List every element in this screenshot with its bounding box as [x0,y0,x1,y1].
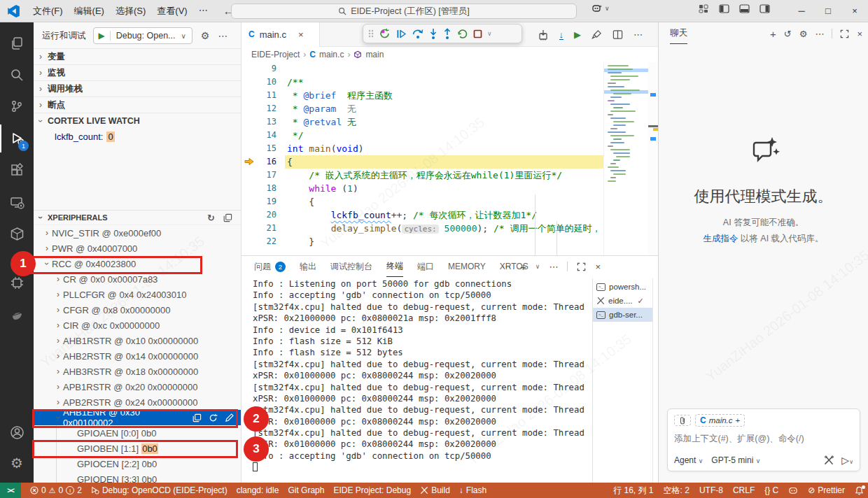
encoding[interactable]: UTF-8 [699,485,723,495]
live-watch-variable[interactable]: lckfb_count: 0 [34,129,241,145]
generate-instructions-link[interactable]: 生成指令 [703,234,738,243]
panel-tab-MEMORY[interactable]: MEMORY [448,256,486,277]
more-actions-icon[interactable]: ⋯ [815,29,824,39]
tabs-overflow-icon[interactable]: ⋯ [502,262,511,272]
panel-tab-端口[interactable]: 端口 [417,256,434,277]
terminal-list-item[interactable]: eide....✓ [593,294,652,308]
debug-settings-icon[interactable]: ⚙ [201,30,210,41]
problems-status[interactable]: 0 ⚠ 0 i 2 [30,485,82,495]
open-panel-icon[interactable] [223,213,232,222]
eide-package-icon[interactable] [0,220,34,248]
xperipherals-item[interactable]: ›CIR @ 0xc 0x00000000 [34,318,241,333]
toggle-panel-icon[interactable] [739,4,750,13]
cursor-position[interactable]: 行 16, 列 1 [613,485,653,497]
command-center[interactable]: EIDE-Project (工作区) [管理员] [231,3,577,19]
edit-icon[interactable] [225,413,234,422]
model-picker[interactable]: GPT-5 mini ∨ [711,455,760,465]
tools-icon[interactable] [824,455,834,465]
git-graph-status[interactable]: Git Graph [288,485,324,495]
refresh-icon[interactable] [209,413,218,422]
chat-placeholder[interactable]: 添加上下文(#)、扩展(@)、命令(/) [674,433,853,445]
step-over-icon[interactable] [412,28,424,40]
source-control-icon[interactable] [0,92,34,120]
xperipherals-item[interactable]: ›CFGR @ 0x8 0x00000000 [34,302,241,318]
more-actions-icon[interactable]: ⋯ [634,29,643,40]
customize-layout-icon[interactable] [699,4,709,13]
chevron-down-icon[interactable]: ∨ [536,263,540,270]
close-panel-icon[interactable]: × [595,262,601,272]
xperipherals-item[interactable]: ›APB1RSTR @ 0x20 0x00000000 [34,379,241,394]
menu-item[interactable]: 文件(F) [27,3,69,20]
menu-item[interactable]: 查看(V) [151,3,192,20]
chat-input-box[interactable]: C main.c + 添加上下文(#)、扩展(@)、命令(/) Agent ∨ … [667,408,860,471]
remote-explorer-icon[interactable] [0,189,34,217]
minimap[interactable] [603,62,648,255]
debug-section[interactable]: ›监视 [34,64,241,80]
close-window-button[interactable]: × [841,0,868,22]
xperipherals-item[interactable]: ›NVIC_STIR @ 0xe000ef00 [34,225,241,241]
toggle-secondary-sidebar-icon[interactable] [760,4,770,13]
eol[interactable]: CRLF [733,485,755,495]
debug-config-dropdown[interactable]: ▶ Debug: Open... ∨ [93,27,192,44]
indentation[interactable]: 空格: 2 [664,485,690,497]
new-terminal-icon[interactable]: + [520,261,526,273]
expand-chat-icon[interactable] [840,29,849,38]
start-debug-icon[interactable]: ▶ [94,31,111,41]
xperipherals-item[interactable]: ›AHB1RSTR @ 0x10 0x00000000 [34,333,241,348]
tab-main-c[interactable]: C main.c × [241,22,320,47]
overview-ruler[interactable] [648,62,658,255]
terminal-list-item[interactable]: >_powersh... [593,280,652,294]
download-flash-icon[interactable]: ↓ [559,30,564,40]
panel-tab-问题[interactable]: 问题2 [254,256,286,277]
search-icon[interactable] [0,61,34,89]
xperipherals-item[interactable]: ›PWR @ 0x40007000 [34,241,241,256]
panel-tab-终端[interactable]: 终端 [386,256,403,277]
prettier-status[interactable]: ⊘ Prettier [808,485,845,495]
breadcrumb-project[interactable]: EIDE-Project [251,50,300,59]
explorer-icon[interactable] [0,29,34,57]
more-actions-icon[interactable]: ⋯ [218,30,227,41]
step-into-icon[interactable] [428,28,438,40]
chevron-down-icon[interactable]: ∨ [487,30,492,37]
xperipherals-item[interactable]: GPIOCEN [2:2] 0b0 [34,456,241,471]
plugin-paw-icon[interactable] [0,301,34,329]
xperipherals-item[interactable]: ›AHB3RSTR @ 0x18 0x00000000 [34,364,241,379]
run-file-icon[interactable]: ▶ [574,29,581,40]
chat-title-tab[interactable]: 聊天 [670,23,687,44]
xperipherals-header[interactable]: › XPERIPHERALS ↻ [34,210,241,225]
build-button[interactable]: Build [420,485,450,495]
flash-button[interactable]: ↓ Flash [459,485,486,495]
menu-item[interactable]: ⋯ [193,3,214,20]
xperipherals-item[interactable]: GPIOBEN [1:1]0b0 [34,441,241,456]
panel-tab-输出[interactable]: 输出 [300,256,316,277]
debug-status[interactable]: Debug: OpenOCD (EIDE-Project) [91,485,227,495]
debug-section[interactable]: ›断点 [34,97,241,113]
eide-project-status[interactable]: EIDE Project: Debug [333,485,411,495]
extensions-icon[interactable] [0,157,34,185]
send-icon[interactable]: ▷∨ [841,455,853,466]
code-area[interactable]: 910/**11 * @brief 程序主函数12 * @param 无13 *… [241,62,603,255]
history-icon[interactable]: ↺ [784,29,792,39]
more-actions-icon[interactable]: ⋯ [549,262,558,272]
debug-section[interactable]: ›调用堆栈 [34,80,241,97]
stop-icon[interactable] [472,29,483,39]
settings-gear-icon[interactable]: ⚙ [0,449,34,477]
mode-picker[interactable]: Agent ∨ [674,455,703,465]
clangd-status[interactable]: clangd: idle [237,485,279,495]
refresh-icon[interactable]: ↻ [207,213,215,223]
add-context-icon[interactable]: + [736,416,741,425]
terminal-list-item[interactable]: >_gdb-ser... [593,308,652,322]
debug-section[interactable]: ›变量 [34,48,241,64]
remote-indicator[interactable]: >< [0,483,21,498]
run-debug-icon[interactable]: 1 [0,124,34,152]
copilot-status[interactable] [788,486,798,495]
menu-item[interactable]: 编辑(E) [69,3,110,20]
drag-grip-icon[interactable] [368,28,374,39]
section-cortex-live-watch[interactable]: › CORTEX LIVE WATCH [34,113,241,129]
breadcrumb-symbol[interactable]: main [365,50,384,59]
continue-icon[interactable] [396,28,407,40]
context-file-chip[interactable]: C main.c + [695,414,745,427]
copy-icon[interactable] [192,413,202,422]
split-editor-icon[interactable] [612,29,623,40]
breadcrumb-file[interactable]: main.c [319,50,344,59]
